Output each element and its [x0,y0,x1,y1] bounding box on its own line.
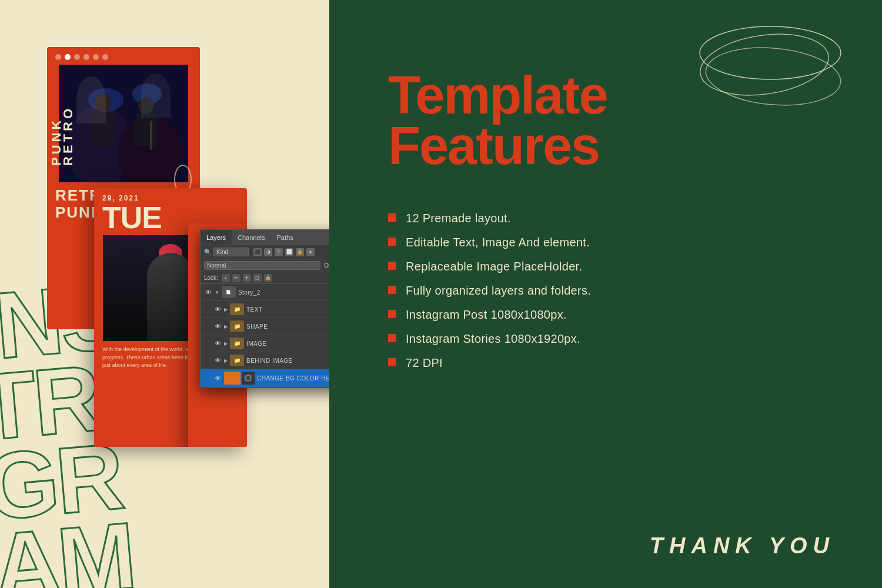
feature-text-2: Editable Text, Image And element. [406,236,590,249]
svg-point-5 [95,93,111,112]
svg-point-13 [159,244,182,262]
dot-2 [65,54,71,60]
feature-item-1: 12 Premade layout. [388,212,591,225]
layer-name-story2: Story_2 [238,289,260,296]
layer-name-behind: BEHIND IMAGE [246,358,293,364]
collapse-arrow-behind[interactable]: ▶ [224,358,228,363]
tab-channels[interactable]: Channels [232,230,270,245]
panel-header: Layers Channels Paths ≡ [201,230,329,245]
filter-adjust-icon[interactable]: ◑ [264,248,272,256]
tab-layers[interactable]: Layers [201,230,232,245]
bullet-7 [388,358,396,366]
lock-artboard-btn[interactable]: ◻ [253,274,262,282]
tab-paths[interactable]: Paths [271,230,299,245]
layer-name-shape: SHAPE [246,323,268,330]
layer-name-image: IMAGE [246,340,267,347]
layer-thumb-shape: 📁 [230,320,244,332]
collapse-arrow-text[interactable]: ▶ [224,307,228,312]
lock-label: Lock: [204,275,218,281]
layer-thumb-text: 📁 [230,303,244,315]
lock-transparency-btn[interactable]: ▪ [222,274,230,282]
feature-text-6: Instagram Stories 1080x1920px. [406,332,580,346]
side-text-card1: RETROPUNK [51,106,74,166]
title-line2: Features [388,121,607,172]
layer-shape-folder[interactable]: 👁 ▶ 📁 SHAPE [201,318,329,335]
svg-rect-19 [155,275,169,328]
bullet-3 [388,262,396,270]
collapse-arrow[interactable]: ▼ [215,290,219,295]
svg-rect-14 [162,253,166,276]
dots-row [47,47,200,65]
lock-brush-btn[interactable]: ✏ [232,274,240,282]
features-list: 12 Premade layout. Editable Text, Image … [388,212,591,380]
layer-thumb-behind: 📁 [230,355,244,366]
lock-move-btn[interactable]: ✛ [243,274,251,282]
layer-mask-thumb [242,372,255,385]
eye-icon-bg[interactable]: 👁 [213,374,222,382]
layer-thumb-orange [224,372,240,385]
dot-3 [74,54,80,60]
layer-behind-image-folder[interactable]: 👁 ▶ 📁 BEHIND IMAGE [201,352,329,369]
dot-5 [93,54,99,60]
layer-bg-color[interactable]: 👁 CHANGE BG COLOR HERE [201,369,329,387]
kind-dropdown[interactable]: Kind [213,248,249,256]
svg-point-4 [132,83,162,105]
svg-rect-9 [150,121,152,150]
feature-item-4: Fully organized layers and folders. [388,284,591,298]
lock-all-btn[interactable]: 🔒 [264,274,272,282]
collapse-arrow-shape[interactable]: ▶ [224,324,228,329]
bullet-4 [388,286,396,294]
blend-mode-dropdown[interactable]: Normal [204,261,320,270]
oval-rings [682,12,847,118]
eye-icon-text[interactable]: 👁 [213,305,222,313]
feature-text-3: Replaceable Image PlaceHolder. [406,260,582,273]
layer-name-bg: CHANGE BG COLOR HERE [257,375,329,382]
svg-rect-17 [178,254,182,276]
dot-4 [83,54,89,60]
feature-text-5: Instagram Post 1080x1080px. [406,308,567,322]
bullet-1 [388,213,396,222]
eye-icon-shape[interactable]: 👁 [213,322,222,330]
filter-shape-icon[interactable]: ⬜ [285,248,293,256]
feature-text-4: Fully organized layers and folders. [406,284,591,298]
feature-text-1: 12 Premade layout. [406,212,511,225]
left-panel: INSTRAGRAM [0,0,329,588]
filter-circle-icon[interactable]: ● [306,248,315,256]
layer-story2[interactable]: 👁 ▼ 📄 Story_2 [201,284,329,301]
feature-item-3: Replaceable Image PlaceHolder. [388,260,591,273]
feature-item-2: Editable Text, Image And element. [388,236,591,249]
eye-icon-image[interactable]: 👁 [213,339,222,348]
svg-rect-16 [173,253,177,278]
thank-you-text: THANK YOU [650,533,835,559]
bullet-6 [388,334,396,342]
svg-point-23 [696,26,833,103]
lock-icons: ▪ ✏ ✛ ◻ 🔒 [222,274,272,282]
filter-type-icon[interactable]: T [275,248,283,256]
search-bar: 🔍 Kind ⬛ ◑ T ⬜ 🔒 ● [201,245,329,259]
layers-panel: Layers Channels Paths ≡ 🔍 Kind ⬛ ◑ T ⬜ 🔒… [200,229,329,388]
feature-text-7: 72 DPI [406,356,443,370]
svg-point-7 [138,97,153,115]
filter-smart-icon[interactable]: 🔒 [296,248,304,256]
feature-item-6: Instagram Stories 1080x1920px. [388,332,591,346]
title-section: Template Features [388,71,607,171]
search-icon: 🔍 [204,249,211,255]
layer-image-folder[interactable]: 👁 ▶ 📁 IMAGE [201,335,329,352]
dot-6 [102,54,108,60]
band-photo-inner [59,65,188,182]
layer-name-text: TEXT [246,306,263,313]
collapse-arrow-image[interactable]: ▶ [224,341,228,346]
layer-thumb-image: 📁 [230,338,244,349]
blend-opacity-row: Normal Opacity: 100% ▾ [201,259,329,272]
layer-text-folder[interactable]: 👁 ▶ 📁 TEXT [201,301,329,318]
right-panel: Template Features 12 Premade layout. Edi… [329,0,882,588]
filter-pixel-icon[interactable]: ⬛ [253,248,262,256]
eye-icon-behind[interactable]: 👁 [213,356,222,365]
eye-icon[interactable]: 👁 [204,288,212,296]
svg-point-24 [703,42,843,111]
svg-rect-6 [91,112,115,147]
opacity-group: Opacity: 100% ▾ [324,261,329,270]
svg-rect-15 [168,252,172,278]
lock-fill-row: Lock: ▪ ✏ ✛ ◻ 🔒 Fill: 100% ▾ [201,272,329,284]
bullet-2 [388,238,396,246]
